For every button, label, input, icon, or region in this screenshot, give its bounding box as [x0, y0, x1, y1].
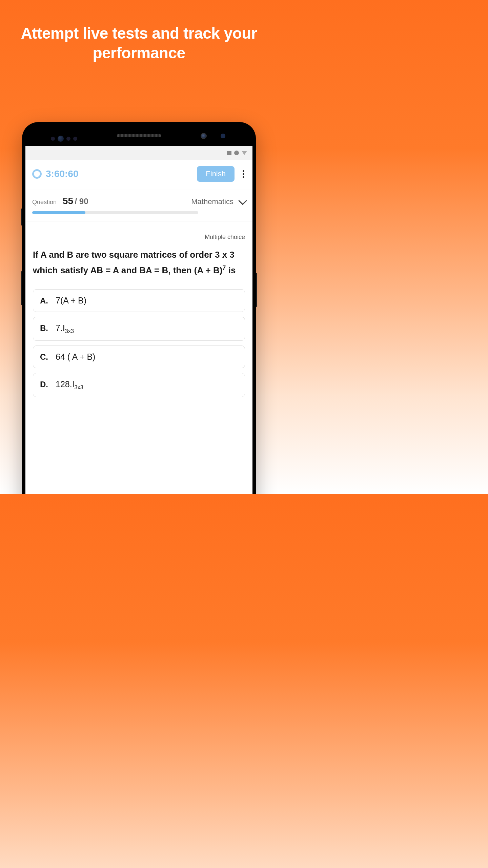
option-letter: A. — [40, 296, 48, 305]
phone-side-button — [21, 209, 22, 225]
option-text: 7.I3x3 — [56, 323, 74, 334]
chevron-down-icon — [238, 196, 247, 205]
timer-icon — [32, 169, 42, 179]
subject-label: Mathematics — [191, 197, 233, 206]
option-c[interactable]: C. 64 ( A + B) — [33, 346, 245, 368]
question-text: If A and B are two square matrices of or… — [33, 247, 245, 278]
status-circle-icon — [234, 151, 239, 155]
status-square-icon — [227, 151, 231, 155]
status-triangle-icon — [242, 151, 247, 155]
option-letter: C. — [40, 352, 48, 362]
option-d[interactable]: D. 128.I3x3 — [33, 373, 245, 397]
progress-bar — [32, 211, 198, 214]
phone-hardware-top — [25, 125, 252, 146]
subject-dropdown[interactable]: Mathematics — [191, 197, 246, 206]
progress-fill — [32, 211, 85, 214]
question-label: Question — [32, 199, 57, 205]
option-b[interactable]: B. 7.I3x3 — [33, 317, 245, 341]
question-type: Multiple choice — [33, 234, 245, 241]
test-header: 3:60:60 Finish — [25, 160, 252, 188]
option-text: 64 ( A + B) — [56, 352, 95, 362]
phone-screen: 3:60:60 Finish Question 55 / 90 — [25, 146, 252, 494]
option-text: 7(A + B) — [56, 296, 86, 305]
question-total: 90 — [79, 197, 88, 206]
question-current: 55 — [63, 196, 73, 206]
options-list: A. 7(A + B) B. 7.I3x3 C. 64 ( A + B) D. … — [33, 289, 245, 397]
phone-side-button — [21, 271, 22, 305]
phone-frame: 3:60:60 Finish Question 55 / 90 — [22, 122, 256, 494]
option-letter: D. — [40, 380, 48, 389]
option-text: 128.I3x3 — [56, 379, 83, 391]
finish-button[interactable]: Finish — [197, 166, 235, 182]
headline: Attempt live tests and track your perfor… — [0, 0, 278, 63]
phone-side-button — [256, 273, 257, 307]
timer-text: 3:60:60 — [46, 169, 193, 179]
phone-inner: 3:60:60 Finish Question 55 / 90 — [25, 125, 252, 494]
status-bar — [25, 146, 252, 160]
progress-section: Question 55 / 90 Mathematics — [25, 190, 252, 221]
question-counter: Question 55 / 90 — [32, 196, 88, 206]
question-card: Multiple choice If A and B are two squar… — [25, 227, 252, 404]
option-a[interactable]: A. 7(A + B) — [33, 289, 245, 312]
more-icon[interactable] — [241, 169, 246, 179]
option-letter: B. — [40, 323, 48, 333]
question-separator: / — [75, 197, 79, 206]
